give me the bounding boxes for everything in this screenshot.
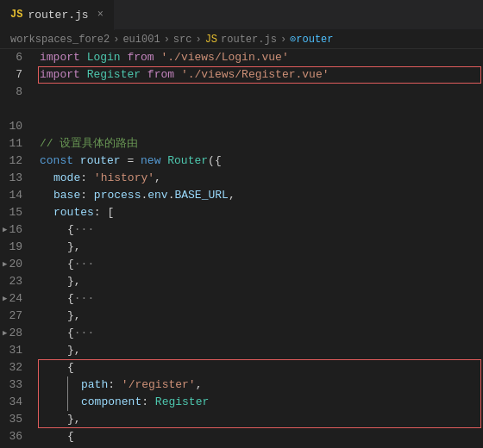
gutter-16: ▶16 — [0, 221, 29, 239]
gutter-27: 27 — [0, 308, 29, 325]
code-line-31: }, — [40, 342, 483, 359]
gutter-19: 19 — [0, 239, 29, 256]
breadcrumb-sep2: › — [164, 34, 170, 46]
gutter-35: 35 — [0, 411, 29, 428]
code-line-6: import Login from './views/Login.vue' — [40, 49, 483, 66]
code-line-24: {··· — [40, 290, 483, 308]
js-icon: JS — [10, 9, 22, 21]
code-line-19: }, — [40, 239, 483, 256]
breadcrumb-workspaces: workspaces_fore2 — [10, 34, 110, 46]
gutter-9 — [0, 101, 29, 118]
gutter-31: 31 — [0, 342, 29, 359]
code-line-12: const router = new Router({ — [40, 152, 483, 170]
editor-container: JS router.js × workspaces_fore2 › eui001… — [0, 0, 483, 448]
tab-label: router.js — [28, 9, 88, 22]
code-line-14: base: process.env.BASE_URL, — [40, 187, 483, 204]
gutter-12: 12 — [0, 152, 29, 170]
code-line-32: { — [40, 359, 483, 376]
code-line-33: path: '/register', — [40, 376, 483, 394]
code-line-8 — [40, 84, 483, 101]
breadcrumb-js-icon: JS — [205, 34, 217, 46]
gutter-11: 11 — [0, 135, 29, 152]
code-line-27: }, — [40, 308, 483, 325]
gutter-14: 14 — [0, 187, 29, 204]
breadcrumb-sep4: › — [280, 34, 286, 46]
code-line-15: routes: [ — [40, 204, 483, 221]
gutter-36: 36 — [0, 428, 29, 445]
breadcrumb-sep1: › — [113, 34, 119, 46]
gutter-33: 33 — [0, 376, 29, 394]
gutter-20: ▶20 — [0, 256, 29, 273]
gutter-24: ▶24 — [0, 290, 29, 308]
breadcrumb-routerjs: router.js — [221, 34, 277, 46]
code-line-blank — [40, 101, 483, 118]
code-line-7: import Register from './views/Register.v… — [40, 66, 483, 84]
gutter-28: ▶28 — [0, 325, 29, 342]
tab-bar: JS router.js × — [0, 0, 483, 30]
code-line-20: {··· — [40, 256, 483, 273]
gutter-34: 34 — [0, 394, 29, 411]
breadcrumb-router-symbol: ⊙router — [290, 33, 333, 46]
code-line-13: mode: 'history', — [40, 170, 483, 187]
gutter-13: 13 — [0, 170, 29, 187]
code-line-10 — [40, 118, 483, 135]
gutter-23: 23 — [0, 273, 29, 290]
gutter-7: 7 — [0, 66, 29, 84]
code-line-36: { — [40, 428, 483, 445]
breadcrumb-src: src — [173, 34, 192, 46]
code-line-11: // 设置具体的路由 — [40, 135, 483, 152]
gutter-6: 6 — [0, 49, 29, 66]
tab-close-button[interactable]: × — [97, 9, 104, 21]
gutter-32: 32 — [0, 359, 29, 376]
code-line-34: component: Register — [40, 394, 483, 411]
gutter-10: 10 — [0, 118, 29, 135]
code-line-16: {··· — [40, 221, 483, 239]
gutter-15: 15 — [0, 204, 29, 221]
breadcrumb-eui: eui001 — [122, 34, 160, 46]
breadcrumb-sep3: › — [195, 34, 201, 46]
code-content: import Login from './views/Login.vue' im… — [36, 49, 483, 448]
editor-body: 6 7 8 10 11 12 13 14 15 ▶16 19 ▶20 23 ▶2… — [0, 49, 483, 448]
gutter-8: 8 — [0, 84, 29, 101]
code-line-28: {··· — [40, 325, 483, 342]
code-line-35: }, — [40, 411, 483, 428]
multi-outline-region: { path: '/register', component: Register… — [40, 359, 483, 428]
line-numbers: 6 7 8 10 11 12 13 14 15 ▶16 19 ▶20 23 ▶2… — [0, 49, 36, 448]
tab-router-js[interactable]: JS router.js × — [0, 0, 115, 30]
breadcrumb: workspaces_fore2 › eui001 › src › JS rou… — [0, 30, 483, 49]
code-line-23: }, — [40, 273, 483, 290]
